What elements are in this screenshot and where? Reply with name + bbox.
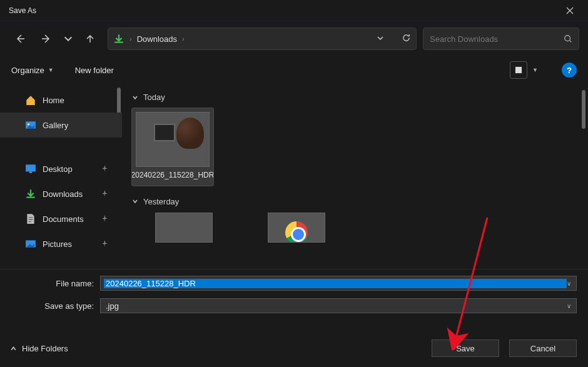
arrow-right-icon bbox=[41, 34, 51, 44]
file-thumbnail[interactable]: 20240226_115228_HDR bbox=[132, 108, 213, 186]
toolbar: Organize ▼ New folder ▼ ? bbox=[0, 56, 588, 84]
sidebar-item-label: Documents bbox=[43, 214, 84, 224]
thumbnail-caption: 20240226_115228_HDR bbox=[131, 171, 215, 181]
bottom-bar: Hide Folders Save Cancel bbox=[0, 329, 588, 367]
savetype-label: Save as type: bbox=[11, 301, 100, 311]
forward-button[interactable] bbox=[35, 28, 58, 50]
nav-row: › Downloads › bbox=[0, 21, 588, 56]
chevron-down-icon bbox=[132, 198, 138, 204]
chevron-down-icon[interactable]: ∨ bbox=[567, 303, 571, 309]
hide-folders-button[interactable]: Hide Folders bbox=[10, 344, 68, 353]
chevron-down-icon bbox=[63, 34, 73, 44]
close-button[interactable] bbox=[555, 1, 584, 20]
group-yesterday[interactable]: Yesterday bbox=[132, 197, 578, 206]
thumbnail-image bbox=[155, 213, 213, 243]
svg-point-0 bbox=[565, 36, 570, 41]
refresh-icon bbox=[402, 33, 411, 43]
sidebar-item-downloads[interactable]: Downloads bbox=[0, 181, 122, 206]
content-scrollbar[interactable] bbox=[582, 90, 585, 129]
svg-point-2 bbox=[28, 123, 29, 125]
file-thumbnail[interactable] bbox=[143, 213, 225, 243]
search-input[interactable] bbox=[430, 34, 559, 44]
chrome-icon bbox=[285, 221, 308, 242]
breadcrumb-current[interactable]: Downloads bbox=[137, 34, 177, 44]
new-folder-button[interactable]: New folder bbox=[75, 66, 114, 75]
sidebar-item-home[interactable]: Home bbox=[0, 88, 122, 113]
svg-rect-4 bbox=[29, 172, 33, 173]
up-button[interactable] bbox=[79, 28, 101, 50]
pin-icon bbox=[101, 239, 108, 249]
arrow-left-icon bbox=[15, 34, 25, 44]
savetype-value: .jpg bbox=[106, 301, 567, 311]
sidebar-item-label: Desktop bbox=[43, 164, 73, 174]
downloads-icon bbox=[113, 33, 124, 44]
downloads-icon bbox=[25, 188, 36, 199]
search-box[interactable] bbox=[423, 28, 579, 50]
view-mode-button[interactable] bbox=[510, 61, 527, 79]
sidebar-item-label: Pictures bbox=[43, 239, 72, 249]
sidebar-item-documents[interactable]: Documents bbox=[0, 206, 122, 231]
sidebar-item-pictures[interactable]: Pictures bbox=[0, 231, 122, 256]
search-icon bbox=[564, 34, 572, 43]
back-button[interactable] bbox=[9, 28, 31, 50]
split-area: Home Gallery Desktop Downloads bbox=[0, 84, 588, 269]
pictures-icon bbox=[25, 238, 36, 249]
savetype-select[interactable]: .jpg ∨ bbox=[100, 298, 577, 313]
pin-icon bbox=[101, 189, 108, 199]
sidebar-item-label: Home bbox=[43, 96, 64, 105]
thumbnail-image bbox=[136, 112, 210, 167]
sidebar-item-label: Gallery bbox=[43, 121, 68, 130]
refresh-button[interactable] bbox=[402, 33, 411, 44]
chevron-down-icon: ▼ bbox=[48, 67, 54, 73]
address-dropdown[interactable] bbox=[377, 34, 384, 44]
file-thumbnail[interactable] bbox=[256, 213, 337, 243]
chevron-up-icon bbox=[10, 345, 17, 352]
view-dropdown[interactable]: ▼ bbox=[532, 67, 538, 73]
cancel-button[interactable]: Cancel bbox=[509, 339, 577, 357]
recent-dropdown[interactable] bbox=[61, 28, 75, 50]
svg-rect-3 bbox=[26, 164, 36, 171]
breadcrumb-separator: › bbox=[182, 35, 185, 43]
close-icon bbox=[566, 7, 574, 14]
group-today[interactable]: Today bbox=[132, 93, 578, 102]
titlebar: Save As bbox=[0, 0, 588, 21]
organize-menu[interactable]: Organize ▼ bbox=[11, 66, 54, 75]
form-area: File name: 20240226_115228_HDR ∨ Save as… bbox=[0, 269, 588, 322]
documents-icon bbox=[25, 213, 36, 224]
thumbnail-image bbox=[268, 213, 325, 243]
file-pane: Today 20240226_115228_HDR Yesterday bbox=[122, 84, 588, 269]
filename-label: File name: bbox=[11, 279, 100, 288]
view-icon bbox=[514, 66, 523, 74]
chevron-down-icon bbox=[377, 34, 384, 42]
sidebar: Home Gallery Desktop Downloads bbox=[0, 84, 122, 269]
chevron-down-icon[interactable]: ∨ bbox=[567, 280, 571, 287]
sidebar-item-desktop[interactable]: Desktop bbox=[0, 156, 122, 181]
home-icon bbox=[25, 94, 36, 106]
help-button[interactable]: ? bbox=[562, 63, 577, 78]
address-bar[interactable]: › Downloads › bbox=[108, 28, 417, 50]
filename-value: 20240226_115228_HDR bbox=[104, 279, 567, 288]
pin-icon bbox=[101, 164, 108, 174]
organize-label: Organize bbox=[11, 66, 44, 75]
window-title: Save As bbox=[9, 6, 36, 15]
desktop-icon bbox=[25, 163, 36, 174]
gallery-icon bbox=[25, 119, 36, 131]
filename-input[interactable]: 20240226_115228_HDR ∨ bbox=[100, 276, 577, 291]
sidebar-item-gallery[interactable]: Gallery bbox=[0, 113, 122, 138]
sidebar-item-label: Downloads bbox=[43, 189, 83, 199]
save-button[interactable]: Save bbox=[432, 339, 499, 357]
breadcrumb-separator: › bbox=[129, 35, 132, 43]
chevron-down-icon bbox=[132, 94, 138, 101]
pin-icon bbox=[101, 214, 108, 224]
arrow-up-icon bbox=[85, 34, 95, 44]
